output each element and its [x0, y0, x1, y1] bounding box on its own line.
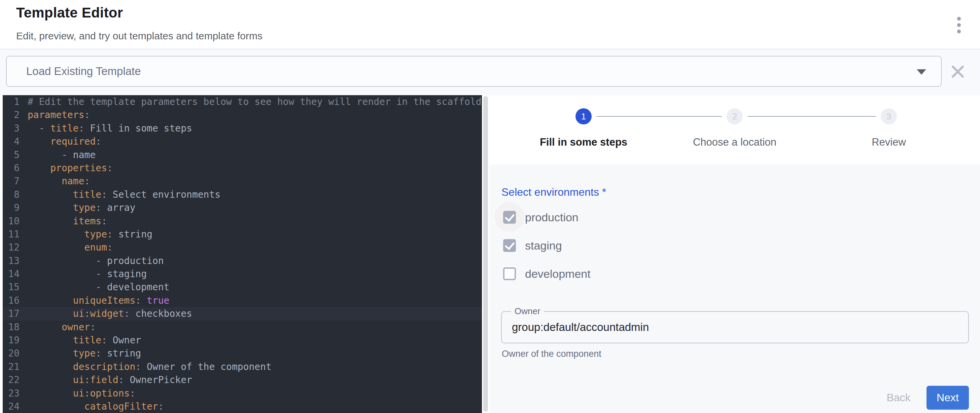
line-number: 19	[3, 334, 19, 347]
code-line[interactable]: 1# Edit the template parameters below to…	[3, 95, 482, 108]
code-text: title: Owner	[28, 334, 141, 347]
code-line[interactable]: 4 required:	[3, 135, 482, 148]
code-text: owner:	[28, 321, 95, 334]
code-line[interactable]: 23 ui:options:	[3, 387, 482, 400]
code-text: - title: Fill in some steps	[28, 122, 192, 135]
code-text: ui:options:	[28, 387, 135, 400]
code-text: description: Owner of the component	[28, 360, 272, 373]
code-text: - name	[28, 148, 95, 161]
code-line[interactable]: 7 name:	[3, 175, 482, 187]
page-subtitle: Edit, preview, and try out templates and…	[16, 30, 262, 42]
more-options-kebab-icon[interactable]	[952, 16, 966, 34]
line-number: 11	[3, 228, 19, 241]
owner-input[interactable]: group:default/accountadmin	[501, 311, 969, 343]
code-line[interactable]: 16 uniqueItems: true	[3, 294, 482, 307]
code-text: items:	[28, 214, 107, 228]
line-number: 4	[3, 135, 19, 148]
line-number: 1	[3, 95, 19, 108]
code-line[interactable]: 13 - production	[3, 254, 482, 267]
code-line[interactable]: 19 title: Owner	[3, 334, 482, 347]
checkbox-staging[interactable]	[503, 239, 516, 252]
checkbox-row-production[interactable]: production	[503, 211, 579, 224]
code-text: uniqueItems: true	[28, 294, 169, 307]
code-line[interactable]: 10 items:	[3, 214, 482, 228]
code-text: - production	[28, 254, 164, 267]
code-line[interactable]: 12 enum:	[3, 241, 482, 254]
line-number: 23	[3, 387, 19, 400]
line-number: 14	[3, 267, 19, 281]
line-number: 15	[3, 281, 19, 294]
line-number: 8	[3, 188, 19, 201]
page-header: Template Editor Edit, preview, and try o…	[16, 5, 262, 42]
code-text: - development	[28, 281, 169, 294]
checkmark-icon	[505, 211, 515, 222]
step-label-1: Fill in some steps	[509, 136, 658, 148]
step-indicator-3: 3	[881, 108, 897, 124]
code-line[interactable]: 8 title: Select environments	[3, 188, 482, 201]
next-button[interactable]: Next	[926, 386, 969, 410]
checkbox-label[interactable]: development	[525, 267, 590, 281]
code-text: type: string	[28, 228, 153, 241]
line-number: 18	[3, 321, 19, 334]
code-line[interactable]: 3 - title: Fill in some steps	[3, 122, 482, 135]
line-number: 13	[3, 254, 19, 267]
code-line[interactable]: 22 ui:field: OwnerPicker	[3, 373, 482, 386]
back-button[interactable]: Back	[873, 386, 924, 410]
code-line[interactable]: 6 properties:	[3, 161, 482, 175]
line-number: 21	[3, 360, 19, 373]
code-text: name:	[28, 175, 90, 187]
line-number: 3	[3, 122, 19, 135]
code-text: ui:widget: checkboxes	[28, 307, 192, 320]
form-paper: Select environments * productionstagingd…	[490, 164, 980, 413]
line-number: 24	[3, 400, 19, 413]
checkmark-icon	[505, 240, 515, 250]
owner-input-value: group:default/accountadmin	[502, 321, 649, 334]
checkbox-label[interactable]: staging	[525, 239, 562, 252]
code-text: catalogFilter:	[28, 400, 164, 413]
code-line[interactable]: 21 description: Owner of the component	[3, 360, 482, 373]
editor-scrollbar[interactable]	[483, 96, 488, 411]
load-existing-template-value: Load Existing Template	[7, 65, 141, 78]
code-text: enum:	[28, 241, 113, 254]
checkbox-row-staging[interactable]: staging	[503, 239, 562, 252]
code-line[interactable]: 18 owner:	[3, 321, 482, 334]
code-line[interactable]: 14 - staging	[3, 267, 482, 281]
checkbox-row-development[interactable]: development	[503, 267, 590, 281]
code-text: required:	[28, 135, 101, 148]
close-icon[interactable]	[949, 63, 967, 80]
code-line[interactable]: 5 - name	[3, 148, 482, 161]
yaml-code-editor[interactable]: 1# Edit the template parameters below to…	[3, 95, 482, 413]
owner-helper-text: Owner of the component	[502, 349, 601, 359]
chevron-down-icon	[917, 69, 926, 75]
step-label-2: Choose a location	[660, 136, 809, 148]
line-number: 12	[3, 241, 19, 254]
line-number: 5	[3, 148, 19, 161]
code-text: properties:	[28, 161, 113, 175]
code-text: title: Select environments	[28, 188, 220, 201]
code-line[interactable]: 24 catalogFilter:	[3, 400, 482, 413]
code-line[interactable]: 9 type: array	[3, 201, 482, 214]
step-indicator-1: 1	[576, 108, 592, 124]
code-text: ui:field: OwnerPicker	[28, 373, 192, 386]
code-line[interactable]: 15 - development	[3, 281, 482, 294]
checkbox-label[interactable]: production	[525, 211, 579, 224]
code-line[interactable]: 17 ui:widget: checkboxes	[3, 307, 482, 320]
step-indicator-2: 2	[727, 108, 743, 124]
line-number: 17	[3, 307, 19, 320]
line-number: 6	[3, 161, 19, 175]
checkbox-production[interactable]	[503, 211, 516, 224]
line-number: 7	[3, 175, 19, 187]
code-line[interactable]: 11 type: string	[3, 228, 482, 241]
line-number: 16	[3, 294, 19, 307]
line-number: 2	[3, 108, 19, 121]
load-existing-template-select[interactable]: Load Existing Template	[6, 56, 942, 87]
code-line[interactable]: 20 type: string	[3, 347, 482, 360]
line-number: 9	[3, 201, 19, 214]
line-number: 10	[3, 214, 19, 228]
step-connector	[748, 116, 876, 117]
select-environments-label: Select environments *	[501, 186, 606, 199]
owner-input-label: Owner	[511, 306, 544, 316]
checkbox-development[interactable]	[503, 267, 516, 280]
code-text: # Edit the template parameters below to …	[28, 95, 482, 108]
code-line[interactable]: 2parameters:	[3, 108, 482, 121]
